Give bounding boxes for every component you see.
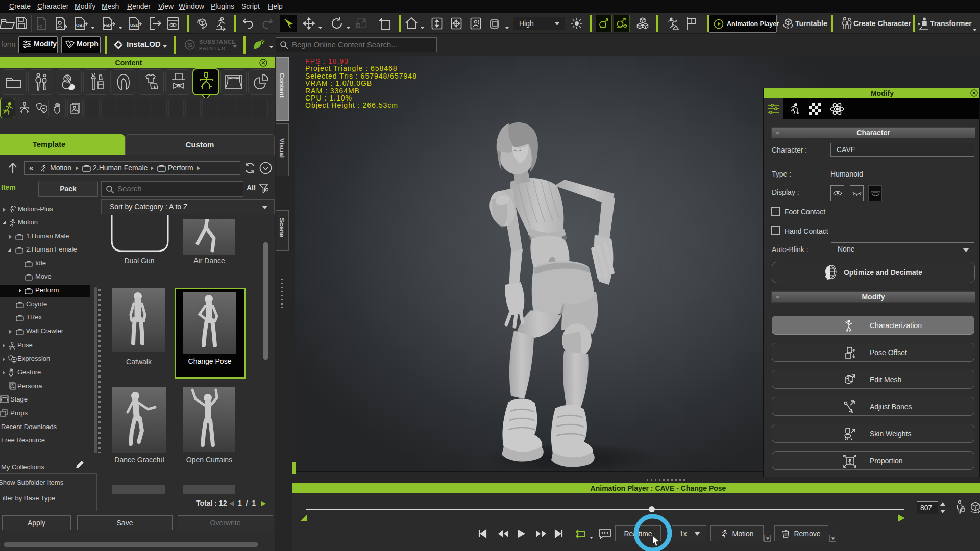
svg-text:USD: USD xyxy=(130,23,139,28)
svg-text:S: S xyxy=(188,41,192,49)
svg-text:OBJ: OBJ xyxy=(76,23,84,28)
svg-text:IC: IC xyxy=(38,24,42,29)
svg-text:FBX: FBX xyxy=(104,23,112,28)
